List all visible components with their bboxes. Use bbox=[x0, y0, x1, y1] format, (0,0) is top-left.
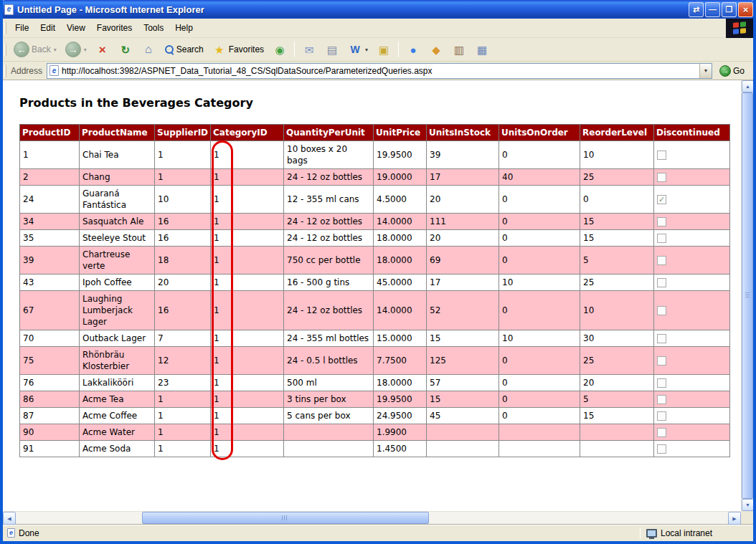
table-cell: 1 bbox=[155, 169, 211, 186]
table-cell: 15 bbox=[580, 230, 654, 247]
table-cell: 1 bbox=[211, 291, 284, 330]
discontinued-checkbox[interactable] bbox=[657, 256, 666, 265]
address-dropdown-button[interactable]: ▾ bbox=[699, 64, 712, 78]
discontinued-checkbox[interactable] bbox=[657, 356, 666, 366]
table-cell: 4.5000 bbox=[374, 186, 427, 214]
table-cell: 0 bbox=[499, 230, 580, 247]
messenger-button[interactable]: ● bbox=[402, 42, 425, 57]
table-cell: 1 bbox=[155, 441, 211, 457]
table-row: 39Chartreuse verte181750 cc per bottle18… bbox=[20, 247, 730, 275]
discontinued-checkbox[interactable] bbox=[657, 428, 666, 437]
table-cell: 23 bbox=[155, 375, 211, 391]
refresh-icon: ↻ bbox=[118, 44, 133, 55]
horizontal-scrollbar[interactable]: ◀ ▶ bbox=[3, 511, 753, 524]
discontinued-checkbox[interactable] bbox=[657, 278, 666, 287]
validator-button[interactable]: ▥ bbox=[448, 42, 471, 57]
table-cell: 15.0000 bbox=[374, 330, 427, 347]
table-cell: 25 bbox=[580, 275, 654, 291]
menu-grip-handle[interactable] bbox=[4, 22, 6, 34]
print-button[interactable]: ▤ bbox=[321, 42, 344, 57]
menu-item-tools[interactable]: Tools bbox=[138, 20, 169, 36]
table-cell-discontinued bbox=[654, 230, 730, 247]
forward-button[interactable]: → ▾ bbox=[61, 39, 91, 59]
table-cell: 1 bbox=[155, 391, 211, 408]
table-cell bbox=[427, 441, 499, 457]
mail-button[interactable]: ✉ bbox=[298, 42, 321, 57]
address-grip-handle[interactable] bbox=[4, 65, 6, 77]
favorites-button[interactable]: ★ Favorites bbox=[208, 42, 268, 57]
toolbar-grip-handle[interactable] bbox=[4, 43, 6, 56]
horizontal-scroll-track[interactable] bbox=[16, 512, 728, 524]
table-row: 75Rhönbräu Klosterbier12124 - 0.5 l bott… bbox=[20, 347, 730, 375]
windows-logo-icon bbox=[726, 19, 753, 38]
table-cell: 0 bbox=[499, 408, 580, 424]
table-cell: 45.0000 bbox=[374, 275, 427, 291]
table-cell: 12 bbox=[155, 347, 211, 375]
scroll-left-button[interactable]: ◀ bbox=[3, 512, 16, 525]
validator-icon: ▥ bbox=[452, 44, 466, 55]
menu-item-view[interactable]: View bbox=[61, 20, 91, 36]
table-cell: 0 bbox=[499, 141, 580, 169]
media-button[interactable]: ◉ bbox=[268, 42, 291, 57]
table-cell: Acme Coffee bbox=[80, 408, 155, 424]
local-intranet-icon bbox=[646, 529, 657, 538]
table-cell: 16 bbox=[155, 230, 211, 247]
discontinued-checkbox[interactable] bbox=[657, 334, 666, 343]
scroll-up-button[interactable]: ▲ bbox=[742, 80, 754, 92]
table-row: 86Acme Tea113 tins per box19.95001505 bbox=[20, 391, 730, 408]
menu-item-help[interactable]: Help bbox=[169, 20, 199, 36]
table-cell: 1 bbox=[155, 141, 211, 169]
discontinued-checkbox[interactable]: ✓ bbox=[657, 195, 666, 204]
table-cell: 15 bbox=[427, 391, 499, 408]
vertical-scrollbar[interactable]: ▲ ▼ bbox=[741, 80, 753, 511]
go-button[interactable]: → Go bbox=[715, 64, 750, 78]
discontinued-checkbox[interactable] bbox=[657, 151, 666, 160]
grid-tool-button[interactable]: ▦ bbox=[471, 42, 493, 57]
security-zone: Local intranet bbox=[643, 528, 751, 538]
address-input[interactable]: e http://localhost:3982/ASPNET_Data_Tuto… bbox=[47, 63, 712, 79]
back-dropdown-icon[interactable]: ▾ bbox=[54, 47, 57, 53]
close-button[interactable]: × bbox=[738, 2, 753, 17]
table-cell: 125 bbox=[427, 347, 499, 375]
maximize-button[interactable]: ❐ bbox=[722, 2, 737, 17]
discontinued-checkbox[interactable] bbox=[657, 306, 666, 315]
table-cell: 5 bbox=[580, 391, 654, 408]
menu-item-favorites[interactable]: Favorites bbox=[91, 20, 138, 36]
table-cell bbox=[499, 441, 580, 457]
discontinued-checkbox[interactable] bbox=[657, 173, 666, 182]
table-cell: 14.0000 bbox=[374, 214, 427, 230]
table-cell: 111 bbox=[427, 214, 499, 230]
discontinued-checkbox[interactable] bbox=[657, 411, 666, 421]
forward-dropdown-icon[interactable]: ▾ bbox=[84, 47, 87, 53]
research-button[interactable]: ◆ bbox=[425, 42, 448, 57]
menu-item-edit[interactable]: Edit bbox=[34, 20, 61, 36]
table-row: 76Lakkalikööri231500 ml18.000057020 bbox=[20, 375, 730, 391]
search-button[interactable]: Search bbox=[160, 42, 208, 57]
back-button[interactable]: ← Back ▾ bbox=[9, 39, 61, 59]
discontinued-checkbox[interactable] bbox=[657, 234, 666, 243]
refresh-button[interactable]: ↻ bbox=[114, 42, 137, 57]
discuss-button[interactable]: ▣ bbox=[372, 42, 395, 57]
edit-dropdown-icon[interactable]: ▾ bbox=[365, 47, 368, 53]
vertical-scroll-thumb[interactable] bbox=[742, 92, 753, 499]
discontinued-checkbox[interactable] bbox=[657, 444, 666, 454]
horizontal-scroll-thumb[interactable] bbox=[142, 512, 429, 524]
menu-item-file[interactable]: File bbox=[9, 20, 34, 36]
edit-button[interactable]: W ▾ bbox=[344, 42, 372, 57]
table-cell bbox=[580, 441, 654, 457]
minimize-button[interactable]: — bbox=[705, 2, 720, 17]
discontinued-checkbox[interactable] bbox=[657, 395, 666, 404]
table-cell: Acme Soda bbox=[80, 441, 155, 457]
scroll-right-button[interactable]: ▶ bbox=[728, 512, 741, 525]
table-cell: 5 bbox=[580, 247, 654, 275]
discontinued-checkbox[interactable] bbox=[657, 217, 666, 226]
table-cell-discontinued bbox=[654, 424, 730, 441]
resize-button[interactable]: ⇄ bbox=[689, 2, 704, 17]
stop-button[interactable]: × bbox=[91, 42, 114, 58]
table-cell: 15 bbox=[580, 214, 654, 230]
table-cell: 17 bbox=[427, 169, 499, 186]
scroll-down-button[interactable]: ▼ bbox=[742, 499, 754, 511]
vertical-scroll-track[interactable] bbox=[742, 92, 753, 499]
home-button[interactable]: ⌂ bbox=[137, 42, 160, 57]
discontinued-checkbox[interactable] bbox=[657, 378, 666, 388]
